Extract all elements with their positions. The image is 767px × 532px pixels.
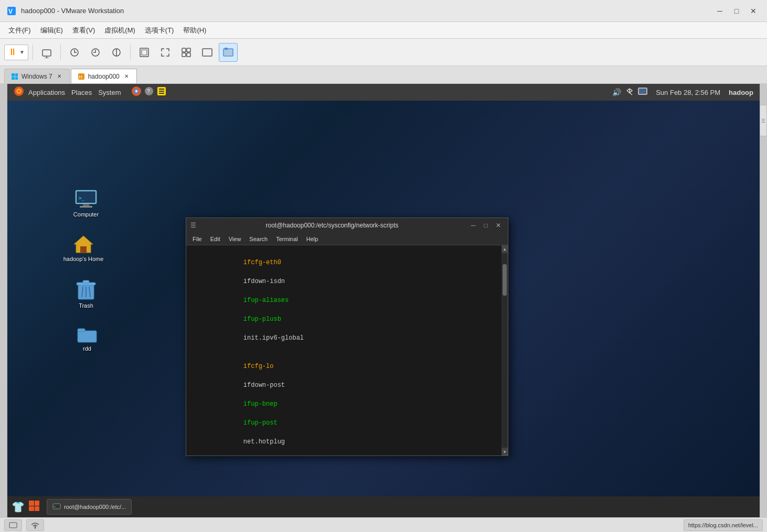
svg-rect-54	[35, 501, 39, 506]
topbar-username[interactable]: hadoop	[729, 89, 753, 96]
svg-rect-16	[223, 49, 233, 56]
main-content: Applications Places System ? 🔊	[0, 84, 767, 517]
view-console-button[interactable]	[198, 43, 217, 62]
menu-vm[interactable]: 虚拟机(M)	[100, 24, 140, 37]
snapshot-button[interactable]	[65, 43, 84, 62]
tab-hadoop000-close[interactable]: ✕	[123, 73, 130, 80]
computer-label: Computer	[73, 211, 99, 218]
terminal-titlebar[interactable]: ☰ root@hadoop000:/etc/sysconfig/network-…	[186, 218, 508, 233]
terminal-content[interactable]: ifcfg-eth0 ifdown-isdn ifup-aliases ifup…	[186, 245, 502, 455]
edit-icon	[156, 86, 167, 99]
scroll-thumb[interactable]	[503, 264, 507, 296]
status-network-button[interactable]	[26, 519, 44, 531]
terminal-minimize[interactable]: ─	[468, 221, 478, 230]
tab-bar: Windows 7 ✕ H hadoop000 ✕	[0, 66, 767, 84]
menu-bar: 文件(F) 编辑(E) 查看(V) 虚拟机(M) 选项卡(T) 帮助(H)	[0, 22, 767, 39]
terminal-menu-search[interactable]: Search	[245, 235, 272, 243]
scroll-up-button[interactable]: ▲	[502, 245, 508, 253]
power-dropdown[interactable]: ⏸ ▼	[4, 45, 28, 60]
desktop-icon-computer[interactable]: >_ Computer	[65, 186, 107, 221]
svg-rect-2	[42, 50, 51, 56]
status-display-button[interactable]	[4, 519, 22, 531]
view-tabs-button[interactable]	[219, 43, 238, 62]
taskbar-terminal-icon: >_	[52, 502, 61, 512]
menu-view[interactable]: 查看(V)	[68, 24, 99, 37]
display-icon	[9, 522, 17, 528]
scroll-down-button[interactable]: ▼	[502, 448, 508, 455]
vm-topbar: Applications Places System ? 🔊	[7, 84, 760, 101]
svg-rect-21	[15, 77, 18, 80]
tab-windows7-label: Windows 7	[22, 73, 52, 80]
svg-text:?: ?	[147, 89, 150, 94]
svg-text:H: H	[79, 74, 82, 80]
svg-rect-14	[187, 53, 190, 57]
revert-button[interactable]	[86, 43, 105, 62]
taskbar-icon-1[interactable]: 👕	[12, 501, 25, 513]
hadoop-icon: H	[78, 73, 85, 80]
screen-icon[interactable]	[638, 88, 647, 97]
windows7-icon	[11, 73, 18, 80]
computer-icon: >_	[74, 189, 98, 209]
svg-rect-12	[187, 48, 190, 52]
desktop-icon-trash[interactable]: Trash	[65, 275, 107, 312]
svg-rect-37	[639, 89, 646, 94]
bluetooth-icon[interactable]	[625, 88, 634, 97]
terminal-menu-file[interactable]: File	[188, 235, 206, 243]
svg-rect-44	[80, 246, 87, 253]
svg-text:>_: >_	[79, 196, 84, 201]
scroll-track[interactable]	[502, 254, 507, 447]
terminal-menu: File Edit View Search Terminal Help	[186, 233, 508, 245]
svg-point-60	[35, 527, 36, 528]
rdd-label: rdd	[83, 345, 91, 352]
svg-rect-20	[12, 77, 15, 80]
topbar-system[interactable]: System	[98, 89, 121, 96]
volume-icon[interactable]: 🔊	[612, 88, 621, 96]
maximize-button[interactable]: □	[729, 5, 744, 17]
send-key-button[interactable]	[37, 43, 56, 62]
menu-file[interactable]: 文件(F)	[4, 24, 35, 37]
snapshot-mgr-button[interactable]	[107, 43, 126, 62]
tab-windows7-close[interactable]: ✕	[56, 73, 63, 80]
svg-rect-15	[203, 49, 212, 56]
svg-rect-52	[78, 329, 85, 332]
terminal-maximize[interactable]: □	[481, 221, 491, 230]
view-unity-button[interactable]	[177, 43, 196, 62]
status-link[interactable]: https://blog.csdn.net/level...	[684, 519, 763, 531]
toolbar-separator-1	[33, 45, 33, 60]
tab-windows7[interactable]: Windows 7 ✕	[4, 69, 70, 83]
terminal-title: root@hadoop000:/etc/sysconfig/network-sc…	[200, 222, 464, 229]
tab-hadoop000[interactable]: H hadoop000 ✕	[71, 69, 137, 83]
minimize-button[interactable]: ─	[712, 5, 727, 17]
taskbar-terminal-item[interactable]: >_ root@hadoop000:/etc/...	[47, 499, 132, 515]
menu-edit[interactable]: 编辑(E)	[36, 24, 67, 37]
terminal-menu-terminal[interactable]: Terminal	[272, 235, 302, 243]
svg-rect-50	[83, 280, 89, 283]
desktop-icon-home[interactable]: hadoop's Home	[60, 231, 107, 265]
toolbar-separator-2	[60, 45, 61, 60]
toolbar: ⏸ ▼	[0, 39, 767, 66]
vm-taskbar: 👕 >_ root@hadoop000:/etc/...	[7, 496, 760, 517]
close-button[interactable]: ✕	[746, 5, 761, 17]
status-bar: https://blog.csdn.net/level...	[0, 517, 767, 532]
topbar-places[interactable]: Places	[71, 89, 92, 96]
terminal-menu-edit[interactable]: Edit	[206, 235, 225, 243]
desktop-icon-rdd[interactable]: rdd	[66, 322, 108, 355]
view-fullscreen-button[interactable]	[156, 43, 175, 62]
terminal-line: ifcfg-eth0 ifdown-isdn ifup-aliases ifup…	[190, 248, 497, 352]
vm-desktop[interactable]: Applications Places System ? 🔊	[7, 84, 760, 517]
menu-help[interactable]: 帮助(H)	[179, 24, 210, 37]
menu-tabs[interactable]: 选项卡(T)	[141, 24, 178, 37]
svg-point-29	[135, 90, 137, 92]
terminal-menu-help[interactable]: Help	[302, 235, 323, 243]
terminal-close[interactable]: ✕	[493, 221, 504, 230]
firefox-icon	[131, 86, 142, 99]
terminal-scrollbar[interactable]: ▲ ▼	[502, 245, 508, 455]
view-normal-button[interactable]	[135, 43, 154, 62]
vmware-icon: V	[6, 6, 17, 16]
topbar-datetime: Sun Feb 28, 2:56 PM	[656, 89, 720, 96]
terminal-menu-view[interactable]: View	[225, 235, 246, 243]
topbar-applications[interactable]: Applications	[28, 89, 65, 96]
svg-text:V: V	[8, 8, 13, 15]
taskbar-icon-2[interactable]	[28, 500, 40, 514]
vm-topbar-icons: 🔊 Sun Feb 28, 2:56 PM hadoop	[612, 88, 753, 97]
